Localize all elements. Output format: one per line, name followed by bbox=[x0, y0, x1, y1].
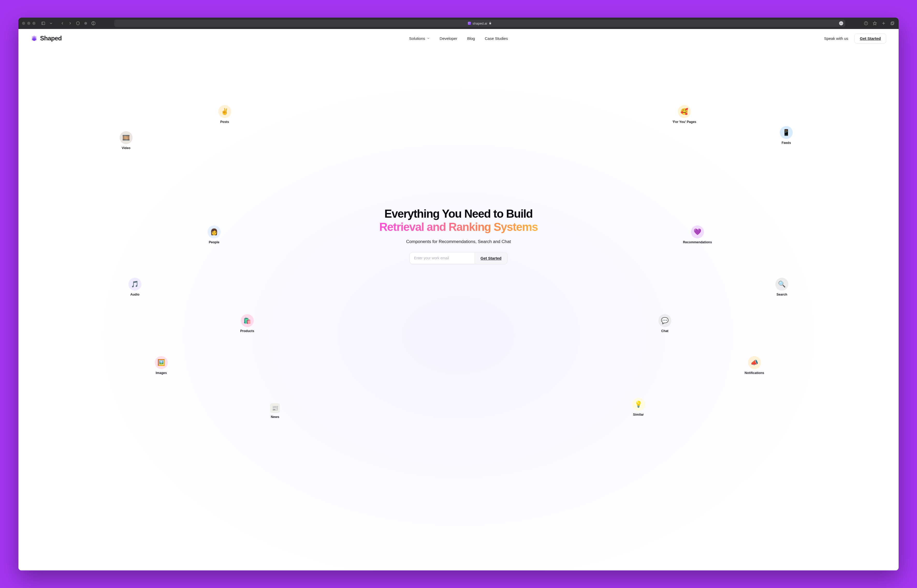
page-content: Shaped Solutions Developer Blog Case Stu… bbox=[18, 29, 899, 570]
sidebar-toggle-icon[interactable] bbox=[40, 21, 46, 25]
signup-box: Get Started bbox=[409, 252, 508, 264]
nav-link-label: Solutions bbox=[409, 36, 425, 40]
chip-label: Chat bbox=[661, 329, 668, 333]
lock-icon bbox=[489, 21, 492, 25]
address-bar[interactable]: shaped.ai ⋯ bbox=[114, 20, 845, 27]
close-dot[interactable] bbox=[22, 22, 25, 25]
star-icon[interactable] bbox=[872, 21, 877, 25]
get-started-button[interactable]: Get Started bbox=[854, 33, 886, 44]
extension-icon[interactable] bbox=[83, 21, 88, 25]
victory-hand-icon: ✌️ bbox=[218, 105, 231, 118]
chip-label: Similar bbox=[633, 413, 644, 417]
chip-label: News bbox=[271, 415, 279, 419]
chip-label: Audio bbox=[130, 293, 139, 296]
nav-developer[interactable]: Developer bbox=[440, 36, 457, 40]
browser-chrome: shaped.ai ⋯ bbox=[18, 18, 899, 29]
speak-with-us-link[interactable]: Speak with us bbox=[824, 36, 848, 40]
signup-get-started-button[interactable]: Get Started bbox=[475, 253, 507, 264]
magnifier-icon: 🔍 bbox=[775, 278, 788, 291]
picture-icon: 🖼️ bbox=[155, 356, 168, 369]
chip-chat: 💬 Chat bbox=[658, 314, 671, 333]
megaphone-icon: 📣 bbox=[748, 356, 761, 369]
nav-links: Solutions Developer Blog Case Studies bbox=[409, 36, 508, 40]
info-icon[interactable] bbox=[864, 21, 868, 25]
brand-name: Shaped bbox=[40, 35, 62, 42]
site-nav: Shaped Solutions Developer Blog Case Stu… bbox=[18, 29, 899, 48]
url-text: shaped.ai bbox=[472, 21, 487, 25]
svg-rect-0 bbox=[42, 22, 45, 25]
chip-label: Products bbox=[240, 329, 254, 333]
svg-point-2 bbox=[84, 22, 87, 25]
chip-news: 📰 News bbox=[270, 403, 280, 419]
hero-center: Everything You Need to Build Retrieval a… bbox=[368, 208, 549, 264]
chevron-down-icon bbox=[427, 36, 430, 40]
chip-posts: ✌️ Posts bbox=[218, 105, 231, 124]
svg-marker-7 bbox=[873, 21, 877, 25]
reader-icon[interactable] bbox=[91, 21, 96, 25]
chrome-right-controls bbox=[864, 21, 895, 25]
chip-label: Video bbox=[122, 146, 131, 150]
chip-label: Recommendations bbox=[683, 241, 712, 244]
chip-search: 🔍 Search bbox=[775, 278, 788, 296]
plus-icon[interactable] bbox=[881, 21, 886, 25]
chip-recommendations: 💜 Recommendations bbox=[683, 225, 712, 244]
chip-notifications: 📣 Notifications bbox=[745, 356, 764, 375]
nav-case-studies[interactable]: Case Studies bbox=[485, 36, 508, 40]
nav-solutions[interactable]: Solutions bbox=[409, 36, 430, 40]
shopping-bags-icon: 🛍️ bbox=[241, 314, 254, 327]
music-note-icon: 🎵 bbox=[128, 278, 141, 291]
minimize-dot[interactable] bbox=[27, 22, 30, 25]
smiling-hearts-icon: 🥰 bbox=[678, 105, 691, 118]
heart-icon: 💜 bbox=[691, 225, 704, 238]
chip-label: Notifications bbox=[745, 371, 764, 375]
chip-images: 🖼️ Images bbox=[155, 356, 168, 375]
signup-form: Get Started bbox=[368, 252, 549, 264]
phone-icon: 📱 bbox=[780, 126, 793, 139]
chip-similar: 💡 Similar bbox=[632, 398, 645, 417]
more-icon[interactable]: ⋯ bbox=[839, 21, 843, 25]
chip-label: Images bbox=[155, 371, 167, 375]
lightbulb-icon: 💡 bbox=[632, 398, 645, 411]
nav-blog[interactable]: Blog bbox=[467, 36, 475, 40]
chip-people: 👩 People bbox=[208, 225, 221, 244]
chip-video: 🎞️ Video bbox=[120, 131, 133, 150]
chip-label: Posts bbox=[220, 120, 229, 124]
favicon bbox=[468, 22, 471, 25]
email-input[interactable] bbox=[410, 253, 475, 264]
back-icon[interactable] bbox=[60, 21, 65, 25]
tabs-icon[interactable] bbox=[890, 21, 895, 25]
hero-headline: Everything You Need to Build Retrieval a… bbox=[368, 208, 549, 234]
speech-bubble-icon: 💬 bbox=[658, 314, 671, 327]
film-icon: 🎞️ bbox=[120, 131, 133, 144]
brand-logo-icon bbox=[31, 35, 37, 42]
chevron-down-icon[interactable] bbox=[49, 21, 53, 25]
chip-feeds: 📱 Feeds bbox=[780, 126, 793, 145]
hero-subtitle: Components for Recommendations, Search a… bbox=[368, 239, 549, 245]
window-controls bbox=[22, 22, 36, 25]
svg-rect-11 bbox=[891, 23, 893, 25]
hero: Everything You Need to Build Retrieval a… bbox=[18, 48, 899, 570]
chip-audio: 🎵 Audio bbox=[128, 278, 141, 296]
svg-rect-10 bbox=[892, 22, 894, 24]
newspaper-icon: 📰 bbox=[270, 403, 280, 413]
chip-label: Feeds bbox=[781, 141, 791, 145]
brand[interactable]: Shaped bbox=[31, 35, 62, 42]
headline-line1: Everything You Need to Build bbox=[385, 208, 532, 220]
nav-right: Speak with us Get Started bbox=[824, 33, 886, 44]
shield-icon[interactable] bbox=[75, 21, 81, 25]
chip-products: 🛍️ Products bbox=[240, 314, 254, 333]
person-icon: 👩 bbox=[208, 225, 221, 238]
chip-label: 'For You' Pages bbox=[672, 120, 696, 124]
maximize-dot[interactable] bbox=[32, 22, 36, 25]
forward-icon[interactable] bbox=[68, 21, 73, 25]
chip-label: Search bbox=[776, 293, 787, 296]
headline-line2: Retrieval and Ranking Systems bbox=[379, 221, 538, 233]
chip-label: People bbox=[209, 241, 219, 244]
browser-window: shaped.ai ⋯ bbox=[18, 18, 899, 570]
chip-foryou: 🥰 'For You' Pages bbox=[672, 105, 696, 124]
